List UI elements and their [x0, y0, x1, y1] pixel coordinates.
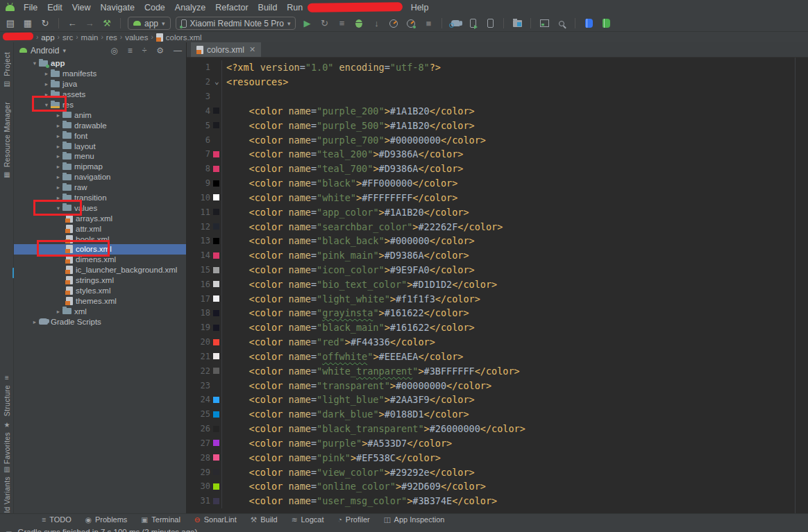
menu-build[interactable]: Build [253, 3, 283, 12]
chevron-collapsed-icon[interactable]: ▸ [54, 308, 62, 315]
fold-marker-icon[interactable]: ⌄ [214, 77, 219, 86]
tree-item-menu[interactable]: ▸menu [14, 151, 186, 162]
gradle-sync-icon[interactable] [449, 17, 462, 30]
sync-settings-icon[interactable]: ↻ [39, 17, 51, 30]
tool-window-button-build-hammer[interactable]: ⚒Build [251, 515, 278, 524]
tree-item-java[interactable]: ▸java [14, 79, 186, 89]
menu-file[interactable]: File [19, 3, 42, 12]
attach-debugger-icon[interactable]: ↓ [370, 17, 382, 30]
run-configuration-dropdown[interactable]: app▾ [128, 17, 171, 30]
tree-item-manifests[interactable]: ▸manifests [14, 69, 186, 79]
apply-code-changes-icon[interactable]: ≡ [335, 17, 348, 30]
color-swatch[interactable] [213, 498, 219, 504]
bookmark-blue-icon[interactable] [582, 17, 595, 30]
chevron-collapsed-icon[interactable]: ▸ [54, 122, 62, 129]
tool-window-button-terminal[interactable]: ▣Terminal [141, 515, 180, 524]
stop-icon[interactable]: ■ [422, 17, 435, 30]
breadcrumb-item-values[interactable]: values [125, 33, 148, 42]
color-swatch[interactable] [213, 223, 219, 230]
breadcrumb-item-app[interactable]: app [41, 33, 54, 42]
tab-colors-xml[interactable]: colors.xml ✕ [191, 42, 261, 57]
color-swatch[interactable] [213, 252, 219, 259]
hide-panel-icon[interactable]: — [174, 46, 182, 55]
debug-icon[interactable] [353, 17, 365, 30]
project-structure-icon[interactable] [511, 17, 523, 30]
forward-icon[interactable]: → [83, 17, 96, 30]
tool-window-button-profiler[interactable]: ◔Profiler [338, 515, 370, 524]
color-swatch[interactable] [213, 295, 219, 302]
tree-item-navigation[interactable]: ▸navigation [14, 172, 186, 182]
menu-view[interactable]: View [67, 3, 96, 12]
chevron-collapsed-icon[interactable]: ▸ [54, 163, 62, 170]
chevron-collapsed-icon[interactable]: ▸ [54, 173, 62, 180]
breadcrumb-item-main[interactable]: main [81, 33, 99, 42]
tool-window-button-sonarlint[interactable]: ⊖SonarLint [194, 515, 237, 524]
chevron-collapsed-icon[interactable]: ▸ [54, 143, 62, 150]
color-swatch[interactable] [213, 454, 219, 461]
color-swatch[interactable] [213, 166, 219, 172]
chevron-collapsed-icon[interactable]: ▸ [54, 184, 62, 191]
stripe-item-structure[interactable]: ≡Structure [0, 374, 14, 416]
color-swatch[interactable] [213, 281, 219, 287]
color-swatch[interactable] [213, 267, 219, 273]
tree-item-xml[interactable]: ▸xml [14, 306, 186, 316]
color-swatch[interactable] [213, 151, 219, 157]
color-swatch[interactable] [213, 238, 219, 244]
tree-item-layout[interactable]: ▸layout [14, 141, 186, 151]
tree-item-app[interactable]: ▾app [14, 58, 186, 69]
build-hammer-icon[interactable]: ⚒ [101, 17, 113, 30]
tree-item-ic_launcher_background-xml[interactable]: ic_launcher_background.xml [14, 265, 186, 275]
color-swatch[interactable] [213, 310, 219, 316]
code-editor[interactable]: 1<?xml version="1.0" encoding="utf-8"?>2… [187, 58, 808, 513]
tree-item-font[interactable]: ▸font [14, 130, 186, 141]
menu-navigate[interactable]: Navigate [96, 3, 140, 12]
save-all-icon[interactable]: ▦ [22, 17, 34, 30]
color-swatch[interactable] [213, 353, 219, 359]
color-swatch[interactable] [213, 483, 219, 490]
color-swatch[interactable] [213, 108, 219, 114]
menu-refactor[interactable]: Refactor [210, 3, 253, 12]
breadcrumb-item-colors-xml[interactable]: colors.xml [166, 33, 202, 42]
menu-code[interactable]: Code [140, 3, 170, 12]
project-view-selector[interactable]: Android [31, 46, 59, 55]
device-manager-icon[interactable] [466, 17, 479, 30]
search-everywhere-icon[interactable] [555, 17, 568, 30]
color-swatch[interactable] [213, 194, 219, 200]
collapse-all-icon[interactable]: ≡ [128, 46, 133, 55]
tree-item-gradle-scripts[interactable]: ▸Gradle Scripts [14, 316, 186, 327]
chevron-down-icon[interactable]: ▾ [62, 47, 66, 54]
locate-file-icon[interactable]: ◎ [110, 46, 117, 55]
tool-windows-icon[interactable] [538, 17, 550, 30]
apply-changes-icon[interactable]: ↻ [318, 17, 330, 30]
stripe-item-project-folder[interactable]: Project▤ [0, 52, 14, 87]
open-folder-icon[interactable]: ▤ [4, 17, 17, 30]
tree-item-strings-xml[interactable]: strings.xml [14, 275, 186, 286]
tool-window-button-logcat[interactable]: ≋Logcat [292, 515, 324, 524]
color-swatch[interactable] [213, 122, 219, 128]
profile-icon[interactable] [387, 17, 400, 30]
menu-run[interactable]: Run [282, 3, 308, 12]
stripe-item-favorites-star[interactable]: ★Favorites [0, 421, 14, 464]
chevron-collapsed-icon[interactable]: ▸ [42, 80, 51, 87]
chevron-collapsed-icon[interactable]: ▸ [31, 318, 39, 325]
color-swatch[interactable] [213, 440, 219, 446]
tool-window-button-app-inspection[interactable]: ◫App Inspection [384, 515, 445, 524]
tree-item-attr-xml[interactable]: attr.xml [14, 223, 186, 234]
tool-window-toggle-icon[interactable]: ▭ [6, 529, 12, 532]
back-icon[interactable]: ← [66, 17, 78, 30]
color-swatch[interactable] [213, 426, 219, 432]
chevron-collapsed-icon[interactable]: ▸ [54, 153, 62, 160]
chevron-collapsed-icon[interactable]: ▸ [42, 70, 51, 77]
tree-item-themes-xml[interactable]: themes.xml [14, 295, 186, 306]
chevron-expanded-icon[interactable]: ▾ [31, 60, 39, 67]
color-swatch[interactable] [213, 368, 219, 374]
tool-window-button-todo[interactable]: ≡TODO [42, 515, 71, 524]
breadcrumb-item-res[interactable]: res [106, 33, 117, 42]
tree-item-raw[interactable]: ▸raw [14, 182, 186, 193]
menu-analyze[interactable]: Analyze [170, 3, 210, 12]
stripe-item-resource-manager[interactable]: Resource Manager▦ [0, 102, 14, 178]
color-swatch[interactable] [213, 180, 219, 187]
chevron-collapsed-icon[interactable]: ▸ [54, 112, 62, 119]
tool-window-button-problems[interactable]: ◉Problems [85, 515, 128, 524]
settings-gear-icon[interactable]: ⚙ [156, 46, 164, 55]
